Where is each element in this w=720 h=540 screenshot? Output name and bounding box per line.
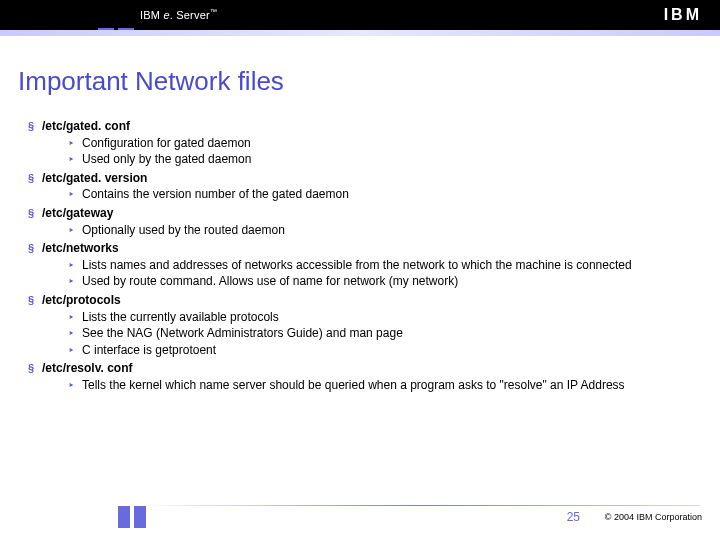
header-bar [0, 0, 720, 30]
bullet-label: /etc/protocols [42, 293, 121, 309]
arrow-bullet-icon: ‣ [68, 258, 82, 273]
ibm-logo-icon: IBM [664, 6, 702, 24]
square-bullet-icon: § [28, 241, 42, 256]
slide: IBM e. Server™ IBM Important Network fil… [0, 0, 720, 540]
bullet-level1: §/etc/protocols [28, 293, 696, 309]
sub-bullet-text: Contains the version number of the gated… [82, 187, 349, 203]
arrow-bullet-icon: ‣ [68, 310, 82, 325]
header-accent [98, 28, 114, 30]
bullet-label: /etc/gated. conf [42, 119, 130, 135]
bullet-label: /etc/gated. version [42, 171, 147, 187]
sub-bullet-text: Lists names and addresses of networks ac… [82, 258, 632, 274]
sub-bullet-text: Tells the kernel which name server shoul… [82, 378, 625, 394]
bullet-level1: §/etc/gated. conf [28, 119, 696, 135]
arrow-bullet-icon: ‣ [68, 187, 82, 202]
bullet-level1: § /etc/gateway [28, 206, 696, 222]
sub-bullet-text: Configuration for gated daemon [82, 136, 251, 152]
header-accent [118, 28, 134, 30]
arrow-bullet-icon: ‣ [68, 152, 82, 167]
sub-bullet-text: See the NAG (Network Administrators Guid… [82, 326, 403, 342]
footer-rule [140, 505, 700, 506]
bullet-level2: ‣Tells the kernel which name server shou… [68, 378, 696, 394]
bullet-level2: ‣Used only by the gated daemon [68, 152, 696, 168]
bullet-level1: §/etc/resolv. conf [28, 361, 696, 377]
arrow-bullet-icon: ‣ [68, 223, 82, 238]
bullet-level2: ‣Optionally used by the routed daemon [68, 223, 696, 239]
bullet-level2: ‣Configuration for gated daemon [68, 136, 696, 152]
square-bullet-icon: § [28, 171, 42, 186]
square-bullet-icon: § [28, 119, 42, 134]
arrow-bullet-icon: ‣ [68, 326, 82, 341]
footer-accent [118, 506, 130, 528]
bullet-level2: ‣Lists names and addresses of networks a… [68, 258, 696, 274]
square-bullet-icon: § [28, 206, 42, 221]
arrow-bullet-icon: ‣ [68, 343, 82, 358]
footer-accent [134, 506, 146, 528]
copyright: © 2004 IBM Corporation [605, 512, 702, 522]
square-bullet-icon: § [28, 293, 42, 308]
trademark: ™ [210, 8, 217, 15]
bullet-label: /etc/networks [42, 241, 119, 257]
slide-body: §/etc/gated. conf‣Configuration for gate… [28, 116, 696, 394]
page-number: 25 [567, 510, 580, 524]
bullet-level2: ‣C interface is getprotoent [68, 343, 696, 359]
sub-bullet-text: C interface is getprotoent [82, 343, 216, 359]
brand-text: IBM e. Server™ [140, 8, 217, 21]
sub-bullet-text: Lists the currently available protocols [82, 310, 279, 326]
slide-title: Important Network files [18, 66, 284, 97]
bullet-level2: ‣See the NAG (Network Administrators Gui… [68, 326, 696, 342]
sub-bullet-text: Used by route command. Allows use of nam… [82, 274, 458, 290]
header-gradient [0, 30, 720, 36]
bullet-level2: ‣Contains the version number of the gate… [68, 187, 696, 203]
bullet-level1: §/etc/gated. version [28, 171, 696, 187]
bullet-level2: ‣Used by route command. Allows use of na… [68, 274, 696, 290]
brand-prefix: IBM [140, 9, 163, 21]
arrow-bullet-icon: ‣ [68, 136, 82, 151]
brand-rest: . Server [170, 9, 210, 21]
bullet-label: /etc/resolv. conf [42, 361, 132, 377]
bullet-level1: §/etc/networks [28, 241, 696, 257]
sub-bullet-text: Optionally used by the routed daemon [82, 223, 285, 239]
sub-bullet-text: Used only by the gated daemon [82, 152, 251, 168]
square-bullet-icon: § [28, 361, 42, 376]
arrow-bullet-icon: ‣ [68, 378, 82, 393]
bullet-label: /etc/gateway [42, 206, 113, 222]
bullet-level2: ‣Lists the currently available protocols [68, 310, 696, 326]
arrow-bullet-icon: ‣ [68, 274, 82, 289]
